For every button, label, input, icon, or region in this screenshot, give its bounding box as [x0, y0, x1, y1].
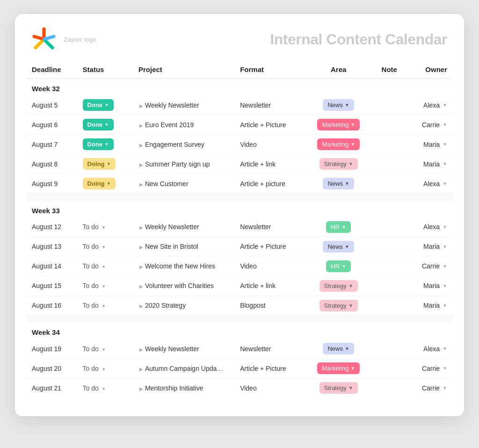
cell-owner[interactable]: Carrie ▼ [407, 378, 453, 398]
cell-area[interactable]: Strategy ▼ [305, 378, 371, 398]
cell-status[interactable]: To do ▼ [77, 359, 133, 378]
cell-owner[interactable]: Maria ▼ [407, 135, 453, 154]
project-expand-arrow[interactable]: ▶ [139, 162, 143, 167]
status-dropdown-arrow: ▼ [104, 102, 109, 108]
cell-status[interactable]: Doing ▼ [77, 154, 133, 174]
project-expand-arrow[interactable]: ▶ [139, 225, 143, 230]
cell-area[interactable]: News ▼ [305, 339, 371, 359]
table-row: August 12 To do ▼ ▶Weekly Newsletter New… [26, 217, 453, 237]
cell-area[interactable]: HR ▼ [305, 256, 371, 276]
cell-owner[interactable]: Alexa ▼ [407, 217, 453, 237]
cell-area[interactable]: News ▼ [305, 95, 371, 115]
cell-deadline: August 13 [26, 237, 77, 256]
project-expand-arrow[interactable]: ▶ [139, 182, 143, 187]
cell-owner[interactable]: Carrie ▼ [407, 256, 453, 276]
area-badge[interactable]: Strategy ▼ [319, 382, 358, 394]
project-expand-arrow[interactable]: ▶ [139, 284, 143, 289]
owner-dropdown-arrow[interactable]: ▼ [443, 244, 447, 249]
status-text[interactable]: To do ▼ [83, 365, 106, 372]
status-dropdown-arrow: ▼ [102, 284, 106, 289]
cell-status[interactable]: Done ▼ [77, 135, 133, 154]
area-badge[interactable]: Marketing ▼ [317, 362, 360, 374]
owner-dropdown-arrow[interactable]: ▼ [443, 181, 447, 186]
area-badge[interactable]: HR ▼ [326, 260, 351, 272]
owner-dropdown-arrow[interactable]: ▼ [443, 142, 447, 147]
area-badge[interactable]: Strategy ▼ [319, 280, 358, 292]
project-expand-arrow[interactable]: ▶ [139, 303, 143, 309]
cell-owner[interactable]: Carrie ▼ [407, 115, 453, 135]
owner-dropdown-arrow[interactable]: ▼ [443, 283, 447, 289]
project-expand-arrow[interactable]: ▶ [139, 367, 143, 372]
cell-owner[interactable]: Alexa ▼ [407, 174, 453, 194]
cell-status[interactable]: To do ▼ [77, 378, 133, 398]
cell-status[interactable]: To do ▼ [77, 237, 133, 256]
cell-area[interactable]: Strategy ▼ [305, 276, 371, 296]
cell-area[interactable]: News ▼ [305, 174, 371, 194]
owner-dropdown-arrow[interactable]: ▼ [443, 366, 447, 371]
cell-owner[interactable]: Maria ▼ [407, 296, 453, 315]
owner-dropdown-arrow[interactable]: ▼ [443, 161, 447, 166]
project-expand-arrow[interactable]: ▶ [139, 143, 143, 148]
area-badge[interactable]: Marketing ▼ [317, 138, 360, 150]
owner-dropdown-arrow[interactable]: ▼ [443, 385, 447, 390]
cell-owner[interactable]: Maria ▼ [407, 237, 453, 256]
status-text[interactable]: To do ▼ [83, 384, 106, 392]
cell-owner[interactable]: Alexa ▼ [407, 95, 453, 115]
cell-status[interactable]: To do ▼ [77, 256, 133, 276]
area-badge[interactable]: News ▼ [323, 343, 354, 354]
owner-dropdown-arrow[interactable]: ▼ [443, 102, 447, 108]
owner-dropdown-arrow[interactable]: ▼ [443, 303, 447, 308]
status-text[interactable]: To do ▼ [83, 345, 106, 353]
cell-area[interactable]: Marketing ▼ [305, 135, 371, 154]
cell-deadline: August 16 [26, 296, 77, 315]
project-expand-arrow[interactable]: ▶ [139, 347, 143, 352]
project-expand-arrow[interactable]: ▶ [139, 386, 143, 391]
status-text[interactable]: To do ▼ [83, 243, 106, 250]
cell-owner[interactable]: Alexa ▼ [407, 339, 453, 359]
cell-area[interactable]: Marketing ▼ [305, 115, 371, 135]
status-badge[interactable]: Doing ▼ [83, 178, 116, 189]
status-badge[interactable]: Done ▼ [83, 99, 114, 111]
status-badge[interactable]: Done ▼ [83, 138, 114, 150]
cell-owner[interactable]: Carrie ▼ [407, 359, 453, 378]
cell-area[interactable]: News ▼ [305, 237, 371, 256]
status-badge[interactable]: Done ▼ [83, 119, 114, 130]
status-text[interactable]: To do ▼ [83, 223, 106, 231]
status-text[interactable]: To do ▼ [83, 262, 106, 270]
area-badge[interactable]: Strategy ▼ [319, 158, 358, 170]
area-badge[interactable]: News ▼ [323, 241, 354, 253]
area-badge[interactable]: News ▼ [323, 178, 354, 189]
cell-status[interactable]: To do ▼ [77, 276, 133, 296]
status-text[interactable]: To do ▼ [83, 302, 106, 309]
owner-dropdown-arrow[interactable]: ▼ [443, 346, 447, 351]
cell-status[interactable]: Done ▼ [77, 95, 133, 115]
cell-status[interactable]: Done ▼ [77, 115, 133, 135]
cell-owner[interactable]: Maria ▼ [407, 154, 453, 174]
cell-status[interactable]: Doing ▼ [77, 174, 133, 194]
project-expand-arrow[interactable]: ▶ [139, 103, 143, 108]
status-text[interactable]: To do ▼ [83, 282, 106, 289]
area-badge[interactable]: HR ▼ [326, 221, 351, 233]
project-expand-arrow[interactable]: ▶ [139, 245, 143, 250]
area-badge[interactable]: Marketing ▼ [317, 119, 360, 130]
cell-area[interactable]: Strategy ▼ [305, 296, 371, 315]
cell-format: Newsletter [234, 95, 305, 115]
owner-dropdown-arrow[interactable]: ▼ [443, 122, 447, 127]
cell-status[interactable]: To do ▼ [77, 296, 133, 315]
owner-name: Maria [423, 302, 440, 309]
area-badge[interactable]: Strategy ▼ [319, 300, 358, 311]
cell-area[interactable]: Strategy ▼ [305, 154, 371, 174]
status-badge[interactable]: Doing ▼ [83, 158, 116, 170]
cell-note [371, 174, 407, 194]
cell-owner[interactable]: Maria ▼ [407, 276, 453, 296]
owner-dropdown-arrow[interactable]: ▼ [443, 264, 447, 269]
cell-area[interactable]: HR ▼ [305, 217, 371, 237]
cell-format: Video [234, 378, 305, 398]
cell-area[interactable]: Marketing ▼ [305, 359, 371, 378]
project-expand-arrow[interactable]: ▶ [139, 123, 143, 128]
project-expand-arrow[interactable]: ▶ [139, 264, 143, 269]
cell-status[interactable]: To do ▼ [77, 217, 133, 237]
area-badge[interactable]: News ▼ [323, 99, 354, 111]
cell-status[interactable]: To do ▼ [77, 339, 133, 359]
owner-dropdown-arrow[interactable]: ▼ [443, 224, 447, 230]
